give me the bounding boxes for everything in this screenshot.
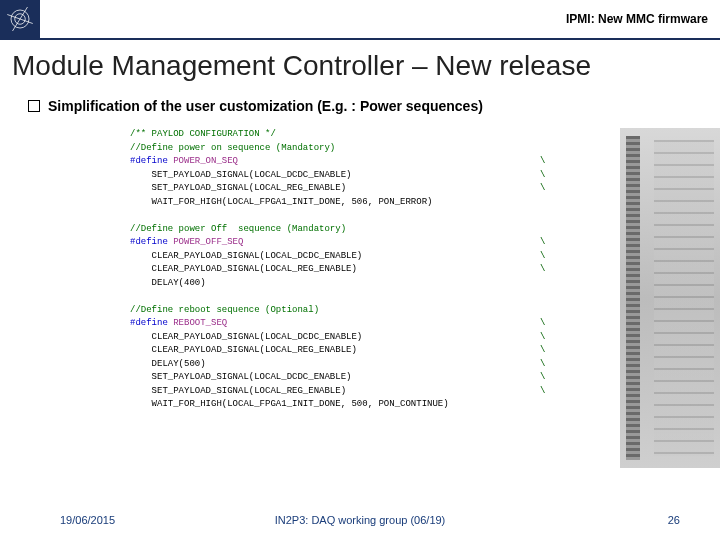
cern-logo	[0, 0, 40, 39]
footer: 19/06/2015 IN2P3: DAQ working group (06/…	[0, 510, 720, 530]
code-line: SET_PAYLOAD_SIGNAL(LOCAL_REG_ENABLE)\	[130, 385, 610, 399]
code-block: /** PAYLOD CONFIGURATION *///Define powe…	[130, 128, 610, 412]
slide: IPMI: New MMC firmware Module Management…	[0, 0, 720, 540]
code-line: SET_PAYLOAD_SIGNAL(LOCAL_DCDC_ENABLE)\	[130, 169, 610, 183]
footer-date: 19/06/2015	[60, 514, 115, 526]
code-line: DELAY(500)\	[130, 358, 610, 372]
hardware-image	[620, 128, 720, 468]
code-line: WAIT_FOR_HIGH(LOCAL_FPGA1_INIT_DONE, 506…	[130, 196, 610, 210]
code-line: CLEAR_PAYLOAD_SIGNAL(LOCAL_DCDC_ENABLE)\	[130, 331, 610, 345]
code-line: SET_PAYLOAD_SIGNAL(LOCAL_REG_ENABLE)\	[130, 182, 610, 196]
code-line: DELAY(400)	[130, 277, 610, 291]
cern-logo-icon	[5, 4, 35, 34]
footer-page: 26	[668, 514, 680, 526]
code-line: #define POWER_ON_SEQ\	[130, 155, 610, 169]
code-line: SET_PAYLOAD_SIGNAL(LOCAL_DCDC_ENABLE)\	[130, 371, 610, 385]
checkbox-icon	[28, 100, 40, 112]
bullet-text: Simplification of the user customization…	[48, 98, 483, 114]
code-line: //Define reboot sequence (Optional)	[130, 304, 610, 318]
page-title: Module Management Controller – New relea…	[12, 50, 591, 82]
code-line: //Define power on sequence (Mandatory)	[130, 142, 610, 156]
code-line: CLEAR_PAYLOAD_SIGNAL(LOCAL_REG_ENABLE)\	[130, 344, 610, 358]
code-line: #define POWER_OFF_SEQ\	[130, 236, 610, 250]
bullet-row: Simplification of the user customization…	[28, 98, 483, 114]
code-line: CLEAR_PAYLOAD_SIGNAL(LOCAL_DCDC_ENABLE)\	[130, 250, 610, 264]
code-line: WAIT_FOR_HIGH(LOCAL_FPGA1_INIT_DONE, 500…	[130, 398, 610, 412]
code-line: #define REBOOT_SEQ\	[130, 317, 610, 331]
code-line: //Define power Off sequence (Mandatory)	[130, 223, 610, 237]
code-line	[130, 209, 610, 223]
code-line: CLEAR_PAYLOAD_SIGNAL(LOCAL_REG_ENABLE)\	[130, 263, 610, 277]
code-line: /** PAYLOD CONFIGURATION */	[130, 128, 610, 142]
header-bar: IPMI: New MMC firmware	[0, 0, 720, 40]
code-line	[130, 290, 610, 304]
header-title: IPMI: New MMC firmware	[566, 12, 708, 26]
